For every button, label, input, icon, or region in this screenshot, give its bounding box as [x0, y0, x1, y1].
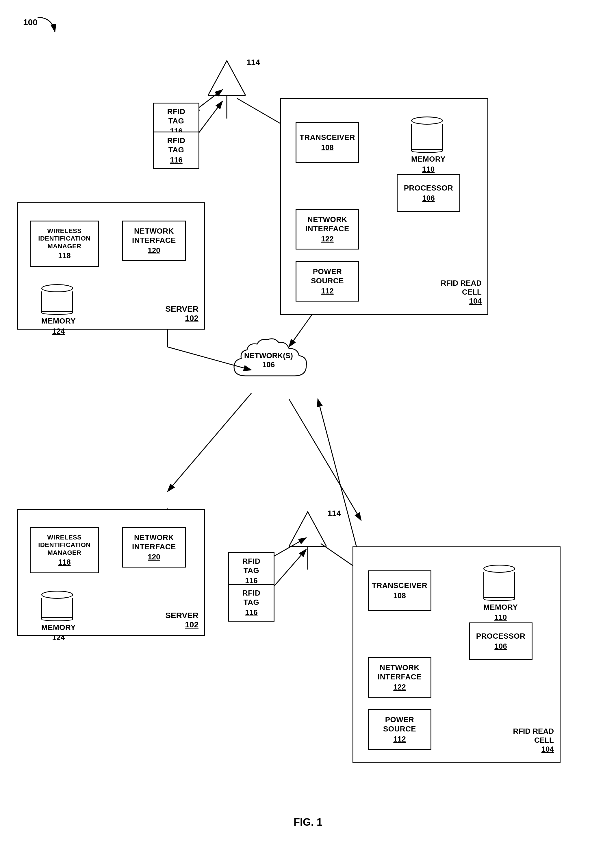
- wireless-id-manager-bottom-label: WIRELESSIDENTIFICATIONMANAGER: [38, 534, 90, 556]
- wireless-id-manager-top: WIRELESSIDENTIFICATIONMANAGER 118: [30, 220, 99, 267]
- memory-server-bottom-number: 124: [41, 633, 76, 642]
- processor-bottom-number: 106: [494, 642, 507, 651]
- network-interface-server-top: NETWORKINTERFACE 120: [122, 220, 186, 261]
- memory-server-bottom-label: MEMORY: [41, 623, 76, 632]
- processor-bottom-label: PROCESSOR: [476, 632, 526, 641]
- rfid-tag-top-2-number: 116: [170, 156, 182, 164]
- rfid-read-cell-bottom-container: RFID READCELL104 TRANSCEIVER 108 MEMORY …: [352, 546, 561, 763]
- antenna-top-number: 114: [247, 58, 260, 67]
- ref-arrow-icon: [35, 14, 58, 38]
- wireless-id-manager-top-label: WIRELESSIDENTIFICATIONMANAGER: [38, 227, 90, 250]
- rfid-tag-bottom-1-label: RFIDTAG: [242, 557, 261, 575]
- rfid-tag-top-2: RFIDTAG 116: [153, 132, 200, 169]
- transceiver-top-label: TRANSCEIVER: [300, 133, 355, 142]
- network-interface-server-bottom: NETWORKINTERFACE 120: [122, 527, 186, 567]
- transceiver-top: TRANSCEIVER 108: [295, 122, 359, 163]
- network-interface-bottom-label: NETWORKINTERFACE: [378, 663, 421, 681]
- memory-bottom-number: 110: [483, 613, 518, 622]
- antenna-top: 114: [208, 58, 245, 123]
- networks-number: 106: [244, 360, 293, 369]
- power-source-bottom-label: POWERSOURCE: [383, 715, 416, 733]
- antenna-icon-top: [208, 58, 245, 121]
- memory-bottom-label: MEMORY: [483, 603, 518, 612]
- server-bottom-label: SERVER102: [165, 611, 198, 629]
- server-bottom-container: SERVER102 WIRELESSIDENTIFICATIONMANAGER …: [17, 509, 205, 636]
- antenna-bottom-number: 114: [327, 509, 341, 518]
- wireless-id-manager-bottom: WIRELESSIDENTIFICATIONMANAGER 118: [30, 527, 99, 573]
- networks-label: NETWORK(S): [244, 351, 293, 360]
- wireless-id-manager-bottom-number: 118: [58, 558, 71, 567]
- network-interface-bottom: NETWORKINTERFACE 122: [368, 657, 431, 698]
- wireless-id-manager-top-number: 118: [58, 251, 71, 260]
- transceiver-bottom: TRANSCEIVER 108: [368, 570, 431, 611]
- processor-top: PROCESSOR 106: [397, 174, 460, 212]
- power-source-bottom: POWERSOURCE 112: [368, 709, 431, 750]
- server-top-label: SERVER102: [165, 304, 198, 323]
- server-top-container: SERVER102 WIRELESSIDENTIFICATIONMANAGER …: [17, 202, 205, 329]
- memory-top-label: MEMORY: [411, 155, 446, 164]
- svg-marker-29: [208, 61, 245, 95]
- processor-top-number: 106: [422, 194, 435, 203]
- memory-top: MEMORY 110: [411, 117, 446, 174]
- rfid-read-cell-top-container: RFID READCELL104 TRANSCEIVER 108 MEMORY …: [280, 98, 488, 315]
- power-source-top-label: POWERSOURCE: [311, 267, 344, 285]
- rfid-tag-top-2-label: RFIDTAG: [167, 136, 185, 154]
- memory-server-top-label: MEMORY: [41, 317, 76, 326]
- network-interface-top-label: NETWORKINTERFACE: [305, 215, 349, 233]
- svg-line-16: [289, 399, 361, 520]
- antenna-bottom: 114: [289, 509, 327, 573]
- network-interface-server-top-number: 120: [148, 246, 160, 255]
- network-interface-top-number: 122: [321, 235, 333, 243]
- memory-server-top-number: 124: [41, 327, 76, 335]
- diagram: 100 114 RFIDTAG 116 RFIDTAG 116 RFID REA…: [0, 0, 616, 863]
- rfid-tag-top-1-label: RFIDTAG: [167, 107, 185, 125]
- processor-bottom: PROCESSOR 106: [469, 622, 533, 660]
- svg-line-15: [168, 393, 251, 491]
- memory-server-top: MEMORY 124: [41, 284, 76, 335]
- network-interface-server-bottom-label: NETWORKINTERFACE: [132, 533, 176, 551]
- transceiver-bottom-label: TRANSCEIVER: [372, 581, 427, 590]
- processor-top-label: PROCESSOR: [404, 184, 453, 192]
- power-source-top: POWERSOURCE 112: [295, 261, 359, 302]
- memory-server-bottom: MEMORY 124: [41, 591, 76, 642]
- transceiver-top-number: 108: [321, 143, 333, 152]
- memory-top-number: 110: [411, 165, 446, 174]
- svg-marker-31: [289, 512, 327, 546]
- power-source-top-number: 112: [321, 287, 333, 296]
- networks-cloud: NETWORK(S) 106: [228, 335, 315, 394]
- power-source-bottom-number: 112: [393, 735, 405, 743]
- rfid-tag-bottom-2: RFIDTAG 116: [228, 584, 275, 622]
- rfid-read-cell-top-label: RFID READCELL104: [441, 279, 482, 306]
- network-interface-server-bottom-number: 120: [148, 553, 160, 561]
- rfid-tag-bottom-2-label: RFIDTAG: [242, 589, 261, 606]
- rfid-read-cell-bottom-label: RFID READCELL104: [513, 727, 554, 754]
- antenna-icon-bottom: [289, 509, 327, 572]
- memory-bottom: MEMORY 110: [483, 565, 518, 622]
- figure-label: FIG. 1: [294, 816, 322, 828]
- transceiver-bottom-number: 108: [393, 591, 405, 600]
- network-interface-top: NETWORKINTERFACE 122: [295, 209, 359, 249]
- network-interface-bottom-number: 122: [393, 683, 405, 691]
- rfid-tag-bottom-2-number: 116: [245, 608, 258, 617]
- network-interface-server-top-label: NETWORKINTERFACE: [132, 227, 176, 244]
